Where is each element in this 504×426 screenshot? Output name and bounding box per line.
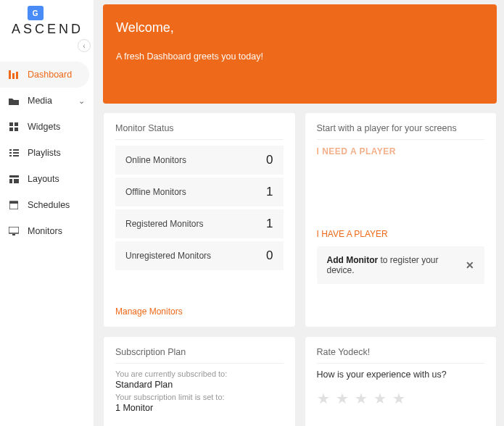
status-label: Offline Monitors: [125, 187, 186, 197]
svg-rect-15: [14, 179, 19, 183]
svg-rect-10: [13, 152, 19, 154]
svg-rect-4: [15, 122, 18, 126]
manage-monitors-link[interactable]: Manage Monitors: [115, 306, 183, 317]
card-title: Rate Yodeck!: [317, 347, 485, 364]
need-player-link[interactable]: I NEED A PLAYER: [317, 146, 397, 156]
card-title: Start with a player for your screens: [317, 123, 485, 140]
status-row-unregistered: Unregistered Monitors 0: [115, 241, 284, 270]
sidebar: G ASCEND ‹ Dashboard Media ⌄: [0, 0, 94, 426]
svg-rect-19: [12, 234, 15, 235]
svg-rect-0: [9, 70, 11, 79]
calendar-icon: [9, 201, 19, 209]
status-value: 0: [266, 153, 273, 167]
rate-card: Rate Yodeck! How is your experience with…: [305, 336, 497, 426]
add-monitor-row[interactable]: Add Monitor to register your device. ✕: [317, 246, 485, 284]
banner-subtitle: A fresh Dashboard greets you today!: [116, 51, 484, 62]
status-value: 1: [266, 217, 273, 231]
status-row-registered: Registered Monitors 1: [115, 209, 284, 238]
list-icon: [9, 149, 19, 157]
monitor-status-card: Monitor Status Online Monitors 0 Offline…: [103, 112, 296, 327]
nav-label: Media: [28, 96, 52, 106]
grid-icon: [9, 122, 19, 131]
chevron-down-icon: ⌄: [78, 96, 85, 106]
rate-question: How is your experience with us?: [317, 369, 485, 380]
nav-item-widgets[interactable]: Widgets: [0, 114, 94, 140]
nav-label: Widgets: [28, 122, 60, 132]
star-icon[interactable]: ★: [392, 390, 405, 407]
nav-label: Dashboard: [28, 70, 72, 80]
subscription-limit: 1 Monitor: [115, 403, 284, 413]
status-value: 1: [266, 185, 273, 199]
nav-label: Layouts: [28, 174, 59, 184]
svg-rect-8: [13, 149, 19, 151]
svg-rect-5: [9, 128, 13, 131]
svg-rect-3: [9, 122, 13, 126]
card-title: Subscription Plan: [115, 347, 284, 364]
svg-rect-11: [9, 155, 12, 156]
collapse-sidebar-button[interactable]: ‹: [78, 39, 91, 52]
svg-rect-1: [12, 73, 15, 79]
chevron-left-icon: ‹: [83, 42, 85, 50]
nav-label: Schedules: [28, 200, 70, 210]
have-player-label: I HAVE A PLAYER: [317, 229, 485, 239]
main-content: Welcome, A fresh Dashboard greets you to…: [94, 0, 504, 426]
svg-rect-9: [9, 152, 12, 154]
svg-rect-7: [9, 149, 12, 151]
brand: G ASCEND ‹: [0, 0, 94, 40]
nav: Dashboard Media ⌄ Widgets Playlists: [0, 62, 94, 244]
svg-rect-6: [15, 128, 18, 131]
svg-rect-18: [9, 227, 19, 233]
layout-icon: [9, 175, 19, 183]
subscription-plan: Standard Plan: [115, 380, 284, 390]
status-value: 0: [266, 248, 273, 263]
monitor-icon: [9, 227, 19, 235]
add-monitor-label: Add Monitor to register your device.: [327, 255, 466, 275]
nav-item-playlists[interactable]: Playlists: [0, 140, 94, 166]
rating-stars: ★ ★ ★ ★ ★: [317, 390, 485, 407]
bars-icon: [9, 70, 19, 79]
star-icon[interactable]: ★: [317, 390, 330, 407]
nav-item-layouts[interactable]: Layouts: [0, 166, 94, 192]
subscription-card: Subscription Plan You are currently subs…: [103, 336, 296, 426]
status-row-offline: Offline Monitors 1: [115, 178, 284, 206]
star-icon[interactable]: ★: [336, 390, 349, 407]
card-title: Monitor Status: [115, 123, 284, 140]
status-label: Unregistered Monitors: [125, 251, 211, 261]
player-card: Start with a player for your screens I N…: [305, 112, 497, 327]
status-label: Registered Monitors: [125, 219, 203, 229]
nav-item-schedules[interactable]: Schedules: [0, 192, 94, 218]
nav-item-dashboard[interactable]: Dashboard: [0, 62, 89, 88]
folder-icon: [9, 97, 19, 105]
nav-label: Playlists: [28, 148, 61, 158]
subscription-current-label: You are currently subscribed to:: [115, 369, 284, 378]
nav-item-media[interactable]: Media ⌄: [0, 88, 94, 114]
banner-title: Welcome,: [116, 20, 484, 36]
welcome-banner: Welcome, A fresh Dashboard greets you to…: [103, 4, 497, 104]
svg-rect-14: [9, 179, 12, 183]
translate-badge-icon: G: [28, 6, 44, 20]
svg-rect-12: [13, 155, 19, 156]
brand-text: ASCEND: [6, 22, 88, 37]
svg-rect-13: [9, 175, 19, 178]
nav-item-monitors[interactable]: Monitors: [0, 218, 94, 244]
nav-label: Monitors: [28, 226, 62, 236]
subscription-limit-label: Your subscription limit is set to:: [115, 393, 284, 401]
status-label: Online Monitors: [125, 155, 186, 165]
svg-rect-17: [9, 201, 18, 204]
svg-rect-2: [16, 72, 18, 79]
star-icon[interactable]: ★: [355, 390, 368, 407]
star-icon[interactable]: ★: [373, 390, 387, 407]
status-row-online: Online Monitors 0: [115, 146, 284, 175]
close-icon[interactable]: ✕: [466, 259, 474, 271]
